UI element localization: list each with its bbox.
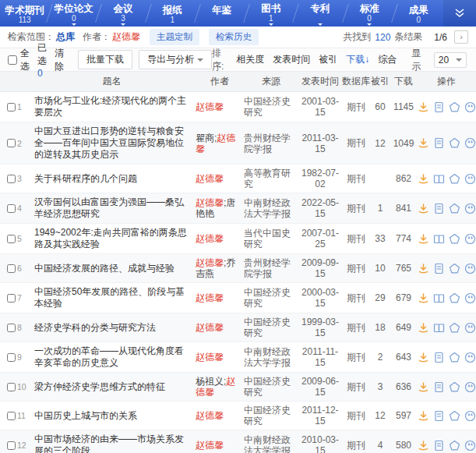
row-checkbox[interactable]	[7, 264, 16, 273]
article-authors[interactable]: 杨祖义;赵德馨	[196, 376, 244, 398]
cited-count[interactable]: 1	[370, 203, 390, 214]
export-analyze-button[interactable]: 导出与分析	[139, 50, 212, 69]
topic-customize-button[interactable]: 主题定制	[150, 29, 199, 45]
download-icon[interactable]	[418, 173, 429, 185]
row-checkbox[interactable]	[7, 103, 16, 111]
cited-count[interactable]: 4	[370, 440, 390, 451]
article-source-link[interactable]: 中南财经政法大学学报	[244, 197, 298, 219]
row-checkbox[interactable]	[7, 324, 16, 332]
db-tab[interactable]: 标准 0	[345, 0, 394, 27]
article-source-link[interactable]: 当代中国史研究	[244, 228, 298, 250]
html-read-icon[interactable]	[433, 203, 445, 214]
download-icon[interactable]	[418, 410, 429, 422]
select-all-checkbox[interactable]	[8, 55, 17, 65]
cited-count[interactable]: 3	[370, 381, 390, 392]
article-source-link[interactable]: 中国经济史研究	[244, 287, 298, 309]
collect-icon[interactable]	[449, 352, 460, 363]
clear-selection-button[interactable]: 清除	[55, 47, 64, 73]
cited-count[interactable]: 12	[370, 410, 390, 421]
article-authors[interactable]: 赵德馨	[196, 233, 244, 244]
download-icon[interactable]	[418, 137, 429, 149]
article-authors[interactable]: 赵德馨	[196, 292, 244, 303]
article-title-link[interactable]: 一次成功的革命——从现代化角度看辛亥革命的历史意义	[28, 345, 196, 369]
html-read-icon[interactable]	[433, 101, 445, 113]
next-page-button[interactable]: ›	[454, 30, 468, 44]
download-icon[interactable]	[418, 292, 429, 304]
author-link-hit[interactable]: 赵德馨	[196, 440, 224, 451]
scope-value-link[interactable]: 总库	[56, 30, 75, 44]
collect-icon[interactable]	[449, 322, 460, 334]
col-header-date[interactable]: 发表时间	[298, 75, 342, 88]
sort-option[interactable]: 被引	[319, 53, 337, 66]
download-icon[interactable]	[418, 263, 429, 274]
author-link-hit[interactable]: 赵德馨	[196, 173, 224, 184]
collect-icon[interactable]	[449, 173, 460, 185]
article-title-link[interactable]: 1949~2002年:走向共同富裕的两条思路及其实践经验	[28, 227, 196, 250]
sort-option[interactable]: 发表时间	[273, 53, 310, 66]
collect-icon[interactable]	[449, 381, 460, 393]
row-checkbox[interactable]	[7, 294, 16, 303]
article-authors[interactable]: 瞿商;赵德馨	[196, 133, 244, 154]
author-link-hit[interactable]: 赵德馨	[196, 101, 224, 112]
db-tab[interactable]: 报纸 1	[148, 0, 197, 27]
article-source-link[interactable]: 贵州财经学院学报	[244, 257, 298, 279]
db-tab[interactable]: 会议 3	[98, 0, 147, 27]
article-authors[interactable]: 赵德馨	[196, 352, 244, 363]
cite-icon[interactable]	[464, 322, 476, 334]
author-link-hit[interactable]: 赵德馨	[196, 197, 224, 208]
article-source-link[interactable]: 贵州财经学院学报	[244, 133, 298, 154]
article-source-link[interactable]: 中国经济史研究	[244, 405, 298, 426]
book-read-icon[interactable]	[433, 322, 445, 334]
sort-option[interactable]: 相关度	[236, 53, 264, 66]
article-source-link[interactable]: 中国经济史研究	[244, 317, 298, 338]
article-authors[interactable]: 赵德馨	[196, 322, 244, 333]
collect-icon[interactable]	[449, 233, 460, 245]
author-link[interactable]: 瞿商	[196, 133, 214, 143]
cited-count[interactable]: 33	[370, 233, 390, 244]
download-icon[interactable]	[418, 101, 429, 113]
article-authors[interactable]: 赵德馨;乔吉燕	[196, 257, 244, 279]
author-link-hit[interactable]: 赵德馨	[196, 257, 224, 268]
html-read-icon[interactable]	[433, 381, 445, 393]
author-link-hit[interactable]: 赵德馨	[196, 233, 224, 244]
row-checkbox[interactable]	[7, 412, 16, 420]
more-databases-button[interactable]	[443, 0, 476, 27]
article-title-link[interactable]: 中国市场经济的由来——市场关系发展的三个阶段	[28, 434, 196, 453]
row-checkbox[interactable]	[7, 383, 16, 391]
db-tab[interactable]: 专利	[295, 0, 344, 27]
download-icon[interactable]	[418, 381, 429, 393]
select-all-label[interactable]: 全选	[20, 47, 30, 73]
cite-icon[interactable]	[464, 233, 476, 245]
cite-icon[interactable]	[464, 263, 476, 274]
html-read-icon[interactable]	[433, 263, 445, 274]
cite-icon[interactable]	[464, 203, 476, 214]
page-size-select[interactable]: 20	[434, 52, 467, 68]
collect-icon[interactable]	[449, 137, 460, 149]
cited-count[interactable]: 18	[370, 322, 390, 333]
cited-count[interactable]: 60	[370, 101, 390, 112]
download-icon[interactable]	[418, 440, 429, 451]
cite-icon[interactable]	[464, 173, 476, 185]
cite-icon[interactable]	[464, 352, 476, 363]
author-link-hit[interactable]: 赵德馨	[196, 352, 224, 363]
article-authors[interactable]: 赵德馨	[196, 440, 244, 451]
article-source-link[interactable]: 中国经济史研究	[244, 96, 298, 118]
book-read-icon[interactable]	[433, 233, 445, 245]
cited-count[interactable]: 2	[370, 352, 390, 363]
article-title-link[interactable]: 经济史学科的分类与研究方法	[28, 322, 196, 334]
article-title-link[interactable]: 梁方仲经济史学思维方式的特征	[28, 381, 196, 393]
html-read-icon[interactable]	[433, 137, 445, 149]
collect-icon[interactable]	[449, 440, 460, 451]
db-tab[interactable]: 年鉴	[197, 0, 246, 27]
db-tab[interactable]: 学术期刊 113	[0, 0, 49, 27]
row-checkbox[interactable]	[7, 175, 16, 183]
row-checkbox[interactable]	[7, 353, 16, 362]
cite-icon[interactable]	[464, 440, 476, 451]
html-read-icon[interactable]	[433, 440, 445, 451]
article-title-link[interactable]: 中国大豆进出口形势的逆转与粮食安全——百年间中国大豆国际贸易地位的逆转及其历史启…	[28, 126, 196, 161]
download-icon[interactable]	[418, 352, 429, 363]
sort-option[interactable]: 下载↓	[346, 53, 369, 66]
article-authors[interactable]: 赵德馨;唐艳艳	[196, 197, 244, 219]
article-source-link[interactable]: 高等教育研究	[244, 168, 298, 189]
author-link-hit[interactable]: 赵德馨	[196, 410, 224, 421]
